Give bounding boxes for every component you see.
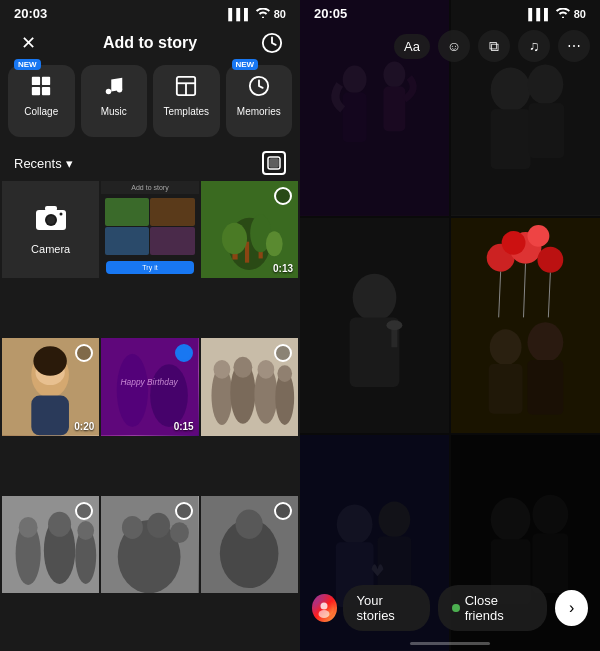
signal-icon-right: ▌▌▌ [528,8,551,20]
svg-point-88 [490,329,522,365]
right-toolbar: Aa ☺ ⧉ ♫ ⋯ [384,24,600,68]
grid-cell-party[interactable]: Happy Birthday 0:15 [101,338,198,435]
select-circle-bw2 [175,502,193,520]
svg-point-56 [122,516,143,539]
grid-cell-bw1[interactable] [2,496,99,593]
story-photo-ml [300,218,449,434]
status-bar-right: 20:05 ▌▌▌ 80 [300,0,600,25]
tab-music-label: Music [101,106,127,117]
svg-text:Happy Birthday: Happy Birthday [121,377,179,387]
status-icons-right: ▌▌▌ 80 [528,6,586,21]
grid-cell-selfie[interactable]: 0:20 [2,338,99,435]
grid-cell-bw3[interactable] [201,496,298,593]
battery-right: 80 [574,8,586,20]
svg-point-49 [19,517,38,538]
camera-label: Camera [31,243,70,255]
svg-point-78 [386,320,402,330]
duration-party: 0:15 [174,421,194,432]
svg-rect-12 [270,159,278,167]
svg-point-32 [33,347,66,376]
tab-collage-label: Collage [24,106,58,117]
svg-point-95 [378,502,410,538]
your-stories-btn[interactable]: Your stories [312,585,430,631]
svg-rect-3 [32,87,40,95]
svg-point-83 [502,231,526,255]
wifi-icon-left [256,8,270,20]
close-button[interactable]: ✕ [14,29,42,57]
tab-music[interactable]: Music [81,65,148,137]
svg-rect-28 [31,396,69,436]
text-style-button[interactable]: Aa [394,34,430,59]
multi-select-button[interactable] [262,151,286,175]
story-photo-mr [451,218,600,434]
sticker-icon: ☺ [447,38,461,54]
camera-cell[interactable]: Camera [2,181,99,278]
svg-point-5 [106,89,112,95]
sticker-button[interactable]: ☺ [438,30,470,62]
send-button[interactable]: › [555,590,588,626]
svg-point-75 [353,273,397,321]
svg-rect-2 [42,77,50,85]
header-title: Add to story [103,34,197,52]
tab-memories[interactable]: NEW Memories [226,65,293,137]
svg-point-6 [117,87,123,93]
music-icon [103,75,125,102]
link-button[interactable]: ⧉ [478,30,510,62]
bottom-bar: Your stories Close friends › [300,585,600,631]
svg-rect-1 [32,77,40,85]
tab-collage[interactable]: NEW Collage [8,65,75,137]
duration-selfie: 0:20 [74,421,94,432]
templates-icon [175,75,197,102]
select-circle-plants [274,187,292,205]
svg-point-35 [117,354,148,427]
close-friends-button[interactable]: Close friends [438,585,547,631]
sync-icon[interactable] [258,29,286,57]
svg-point-53 [77,521,94,540]
svg-point-82 [537,246,563,272]
grid-cell-group-color[interactable] [201,338,298,435]
svg-point-44 [257,360,274,379]
your-stories-label: Your stories [343,585,431,631]
wifi-icon-right [556,6,570,21]
status-bar-left: 20:03 ▌▌▌ 80 [0,0,300,25]
recents-label-text: Recents [14,156,62,171]
photo-grid: Camera Add to story Try it [0,181,300,651]
battery-icon-left: 80 [274,8,286,20]
svg-point-93 [337,505,373,545]
right-panel: 20:05 ▌▌▌ 80 [300,0,600,651]
svg-point-42 [233,357,252,378]
music-button-right[interactable]: ♫ [518,30,550,62]
more-icon: ⋯ [567,38,581,54]
grid-cell-bw2[interactable] [101,496,198,593]
svg-point-61 [235,509,262,538]
recents-chevron: ▾ [66,156,73,171]
collage-preview-cell[interactable]: Add to story Try it [101,181,198,278]
svg-point-51 [48,511,71,536]
tab-templates-label: Templates [163,106,209,117]
story-tabs: NEW Collage Music [0,65,300,147]
svg-rect-89 [489,364,523,414]
select-circle-party [175,344,193,362]
left-panel: 20:03 ▌▌▌ 80 ✕ Add to story NEW [0,0,300,651]
svg-point-90 [527,322,563,362]
svg-point-104 [321,603,328,610]
svg-rect-4 [42,87,50,95]
svg-point-84 [527,225,549,247]
tab-memories-label: Memories [237,106,281,117]
home-indicator [410,642,490,645]
green-dot [452,604,459,612]
select-circle-bw1 [75,502,93,520]
svg-point-105 [319,610,330,618]
more-options-button[interactable]: ⋯ [558,30,590,62]
tab-templates[interactable]: Templates [153,65,220,137]
recents-bar: Recents ▾ [0,147,300,181]
svg-point-46 [277,366,292,383]
svg-point-58 [170,522,189,543]
recents-dropdown[interactable]: Recents ▾ [14,156,73,171]
svg-point-57 [147,512,170,537]
memories-icon [248,75,270,102]
svg-point-23 [222,223,247,254]
new-badge-collage: NEW [14,59,41,70]
grid-cell-plants[interactable]: 0:13 [201,181,298,278]
duration-plants: 0:13 [273,263,293,274]
